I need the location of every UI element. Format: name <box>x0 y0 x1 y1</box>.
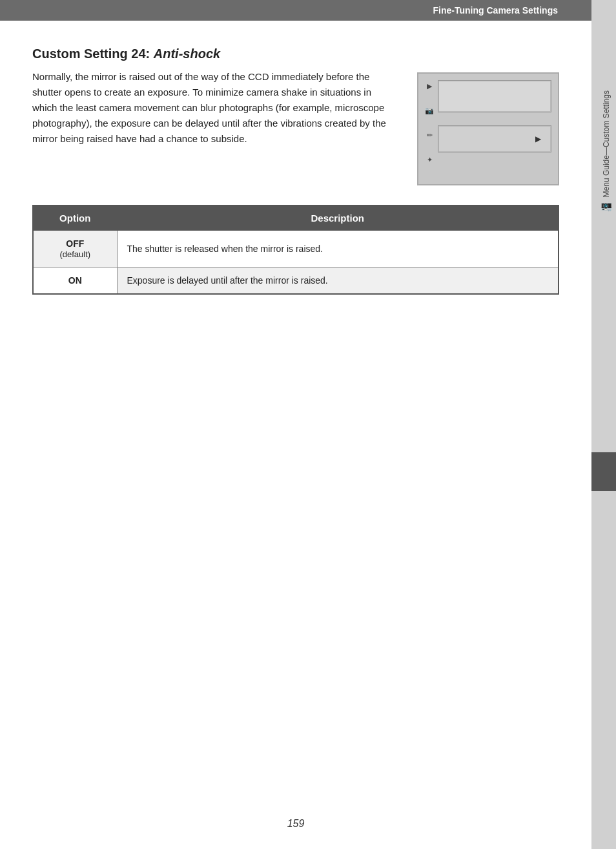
table-cell-description: The shutter is released when the mirror … <box>117 231 559 267</box>
top-section: Normally, the mirror is raised out of th… <box>32 69 559 185</box>
right-sidebar: 📷 Menu Guide—Custom Settings <box>591 0 616 849</box>
lcd-arrow-icon: ▶ <box>535 134 541 143</box>
page-number: 159 <box>0 818 591 830</box>
table-cell-option: OFF(default) <box>33 231 117 267</box>
lcd-highlighted-item: ▶ <box>438 125 551 152</box>
icon-pencil: ✏ <box>424 129 435 141</box>
header-title: Fine-Tuning Camera Settings <box>433 5 558 16</box>
table-cell-description: Exposure is delayed until after the mirr… <box>117 267 559 295</box>
icon-playback: ▶ <box>424 80 435 92</box>
table-header-description: Description <box>117 205 559 231</box>
section-title: Custom Setting 24: Anti-shock <box>32 47 559 61</box>
table-cell-option: ON <box>33 267 117 295</box>
header-bar: Fine-Tuning Camera Settings <box>0 0 616 21</box>
lcd-top-item <box>438 80 551 112</box>
icon-camera: 📷 <box>424 105 435 116</box>
camera-diagram: ▶ 📷 ✏ ✦ ▶ <box>417 72 559 185</box>
table-header-option: Option <box>33 205 117 231</box>
sidebar-label: 📷 Menu Guide—Custom Settings <box>600 90 613 213</box>
sidebar-handle <box>591 452 616 491</box>
main-content: Custom Setting 24: Anti-shock Normally, … <box>0 21 591 320</box>
icon-wrench: ✦ <box>424 154 435 165</box>
menu-icons: ▶ 📷 ✏ ✦ <box>424 80 435 165</box>
settings-table: Option Description OFF(default)The shutt… <box>32 205 559 295</box>
description-text: Normally, the mirror is raised out of th… <box>32 69 398 185</box>
